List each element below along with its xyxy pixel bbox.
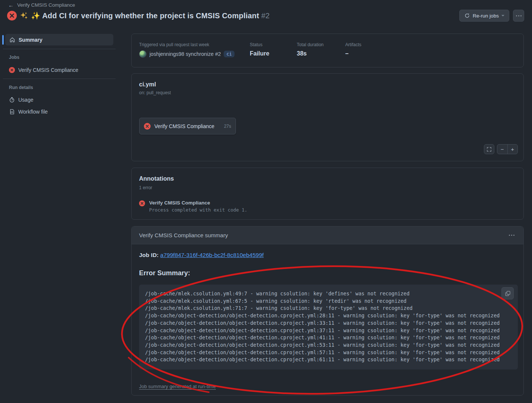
annotation-message: Process completed with exit code 1. [149, 207, 247, 213]
sidebar-summary-label: Summary [19, 37, 43, 43]
sidebar-job-label: Verify CMSIS Compliance [18, 67, 78, 73]
job-summary-panel: Verify CMSIS Compliance summary Job ID: … [131, 226, 524, 396]
job-id-row: Job ID: a799f847-316f-426b-bc2f-8c810eb4… [139, 252, 264, 258]
actor-line: joshjennings98 synchronize #2 [149, 51, 221, 57]
error-log-text: /job-cache/mlek.csolution.yml:49:7 - war… [145, 290, 512, 364]
workflow-file-name: ci.yml [139, 81, 156, 88]
sidebar-item-summary[interactable]: Summary [5, 34, 113, 45]
job-id-link[interactable]: a799f847-316f-426b-bc2f-8c810eb4599f [160, 252, 264, 258]
sidebar-divider [3, 79, 116, 79]
run-status-failure-icon [7, 11, 17, 20]
graph-fullscreen-button[interactable] [484, 144, 494, 154]
duration-value: 38s [297, 50, 307, 57]
sidebar-divider [3, 49, 116, 49]
workflow-trigger: on: pull_request [139, 90, 171, 95]
job-node-duration: 27s [224, 124, 231, 129]
sidebar-run-details-heading: Run details [9, 85, 33, 90]
back-nav[interactable]: ← Verify CMSIS Compliance [8, 2, 75, 8]
zoom-out-button[interactable]: − [497, 145, 507, 154]
chevron-down-icon [501, 15, 504, 16]
actor-row[interactable]: joshjennings98 synchronize #2 ci [139, 50, 234, 58]
sidebar-usage-label: Usage [18, 97, 33, 103]
page-title: ✨ Add CI for verifying whether the proje… [31, 11, 270, 20]
job-id-label: Job ID: [139, 252, 159, 258]
copy-icon [505, 291, 511, 296]
error-log-block: /job-cache/mlek.csolution.yml:49:7 - war… [139, 285, 518, 369]
run-title-row: ✨ Add CI for verifying whether the proje… [7, 11, 270, 20]
selected-item-accent-bar [2, 35, 4, 45]
kebab-icon [516, 15, 522, 16]
trigger-label: Triggered via pull request last week [139, 42, 209, 47]
status-value: Failure [250, 50, 269, 57]
zoom-in-button[interactable]: + [508, 145, 518, 154]
annotations-title: Annotations [139, 175, 174, 182]
sidebar-item-workflow-file[interactable]: Workflow file [5, 107, 113, 117]
duration-label: Total duration [297, 42, 324, 47]
job-summary-header: Verify CMSIS Compliance summary [132, 226, 523, 244]
sidebar-item-job-verify-cmsis[interactable]: Verify CMSIS Compliance [5, 65, 113, 75]
job-summary-kebab-button[interactable] [507, 233, 516, 237]
job-summary-title: Verify CMSIS Compliance summary [139, 232, 507, 238]
home-icon [9, 37, 15, 43]
event-badge: ci [224, 51, 234, 57]
stopwatch-icon [9, 97, 15, 103]
annotations-panel: Annotations 1 error Verify CMSIS Complia… [131, 168, 524, 220]
job-node-verify-cmsis[interactable]: Verify CMSIS Compliance 27s [139, 118, 236, 134]
annotations-count: 1 error [139, 185, 152, 190]
kebab-icon [509, 235, 514, 236]
error-summary-heading: Error Summary: [139, 269, 190, 277]
annotation-body: Verify CMSIS Compliance Process complete… [149, 200, 247, 213]
run-options-kebab-button[interactable] [513, 10, 524, 22]
rerun-jobs-label: Re-run jobs [473, 13, 499, 19]
copy-log-button[interactable] [501, 287, 514, 299]
avatar [139, 50, 147, 58]
annotation-job-name: Verify CMSIS Compliance [149, 200, 247, 206]
rerun-jobs-button[interactable]: Re-run jobs [459, 10, 509, 22]
workflow-file-icon [9, 109, 15, 115]
back-nav-label: Verify CMSIS Compliance [17, 2, 75, 8]
job-summary-footer-note: Job summary generated at run-time [139, 384, 216, 389]
sidebar-workflow-file-label: Workflow file [18, 109, 48, 115]
run-number: #2 [261, 12, 270, 20]
fullscreen-icon [487, 147, 492, 152]
sync-icon [464, 13, 470, 19]
status-label: Status [250, 42, 262, 47]
artifacts-label: Artifacts [345, 42, 361, 47]
workflow-run-page: ← Verify CMSIS Compliance ✨ Add CI for v… [0, 0, 532, 403]
artifacts-value: – [345, 50, 349, 57]
run-info-panel: Triggered via pull request last week jos… [131, 34, 524, 67]
job-failure-icon [144, 123, 151, 130]
annotation-failure-icon [139, 200, 145, 206]
job-node-label: Verify CMSIS Compliance [154, 123, 220, 129]
sidebar-item-usage[interactable]: Usage [5, 95, 113, 105]
graph-zoom-controls: − + [497, 144, 518, 154]
sidebar-jobs-heading: Jobs [9, 55, 19, 60]
workflow-graph-panel: ci.yml on: pull_request Verify CMSIS Com… [131, 73, 524, 161]
annotation-item: Verify CMSIS Compliance Process complete… [139, 200, 247, 213]
job-failure-icon [9, 67, 15, 73]
back-arrow-icon: ← [8, 2, 14, 8]
sparkles-icon [19, 11, 28, 20]
